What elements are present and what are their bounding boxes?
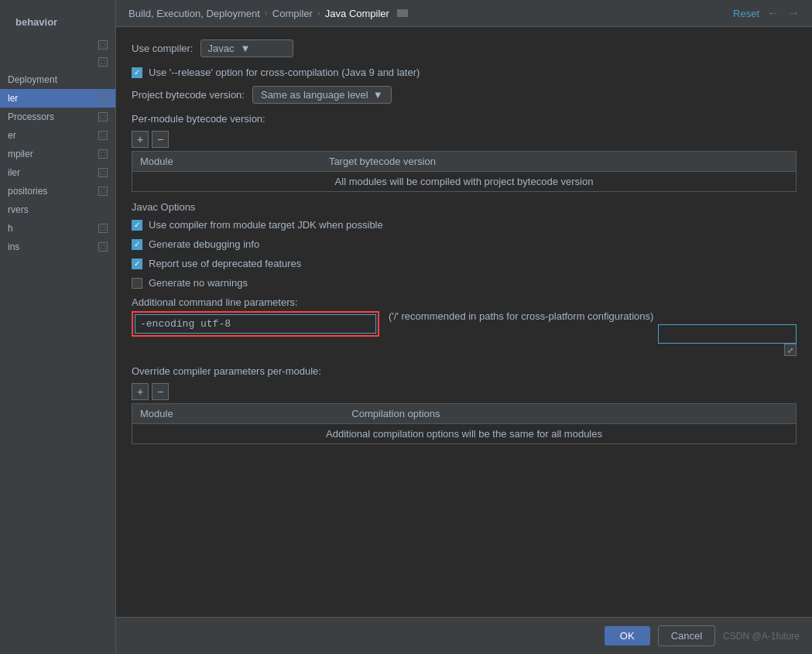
compiler-dropdown[interactable]: Javac ▼ [200,39,293,57]
bytecode-dropdown[interactable]: Same as language level ▼ [252,86,392,104]
breadcrumb-part3: Java Compiler [325,8,389,19]
sidebar-compiler-label: ler [8,93,18,104]
javac-options-title: Javac Options [132,201,797,213]
additional-params-left: Additional command line parameters: [132,296,379,337]
checkbox-debug-label: Generate debugging info [149,238,259,250]
sidebar-processors-label: Processors [8,111,54,122]
sidebar-item-mpiler[interactable]: mpiler □ [0,145,115,163]
additional-params-label: Additional command line parameters: [132,296,379,308]
sidebar-item-processors[interactable]: Processors □ [0,108,115,126]
sidebar-item-iler[interactable]: iler □ [0,163,115,182]
back-button[interactable]: ← [767,6,779,20]
expand-icon-12: □ [98,242,108,252]
expand-icon-7: □ [98,149,108,159]
reset-button[interactable]: Reset [733,8,759,19]
ok-button[interactable]: OK [605,626,650,645]
sidebar-iler-label: iler [8,167,20,178]
checkbox-no-warnings[interactable] [132,278,142,289]
override-options-col: Compilation options [344,404,796,424]
target-bytecode-col-header: Target bytecode version [321,152,797,172]
checkbox-no-warnings-label: Generate no warnings [149,277,248,289]
expand-icon-1: □ [98,40,108,50]
checkbox-debug-row: Generate debugging info [132,238,797,250]
bytecode-value: Same as language level [261,89,368,101]
checkbox-deprecated-label: Report use of deprecated features [149,258,301,269]
checkbox-no-warnings-row: Generate no warnings [132,277,797,289]
forward-button[interactable]: → [787,6,800,20]
checkbox-module-jdk[interactable] [132,220,142,231]
checkbox-module-jdk-row: Use compiler from module target JDK when… [132,219,797,231]
sidebar-item-behavior: behavior [0,8,115,36]
use-compiler-label: Use compiler: [132,43,193,54]
sidebar-ins-label: ins [8,241,19,252]
main-content: Build, Execution, Deployment › Compiler … [116,0,812,654]
checkbox-release[interactable] [132,67,142,78]
sidebar-item-2[interactable]: □ [0,53,115,70]
expand-icon[interactable]: ⤢ [784,344,797,356]
override-toolbar-row: + − [132,383,797,400]
module-col-header: Module [132,152,321,172]
watermark: CSDN @A-1future [723,631,800,642]
checkbox-deprecated[interactable] [132,259,142,269]
checkbox-debug[interactable] [132,239,142,250]
sidebar-section-behavior: behavior [8,12,65,33]
per-module-title: Per-module bytecode version: [132,113,797,125]
sidebar-er-label: er [8,130,16,141]
override-table: Module Compilation options Additional co… [132,403,797,444]
sidebar-repositories-label: positories [8,186,47,197]
expand-icon-6: □ [98,131,108,140]
sidebar-item-compiler[interactable]: ler □ [0,89,115,108]
breadcrumb-part2: Compiler [272,8,313,19]
remove-module-button[interactable]: − [152,131,169,148]
expand-icon-active: □ [98,94,108,103]
module-toolbar-row: + − [132,131,797,148]
expand-icon-8: □ [98,168,108,177]
expand-icon-11: □ [98,224,108,233]
bytecode-dropdown-arrow: ▼ [373,89,383,101]
additional-params-input[interactable] [135,314,376,334]
sidebar-servers-label: rvers [8,204,29,215]
cancel-button[interactable]: Cancel [658,625,715,646]
override-section-label: Override compiler parameters per-module: [132,365,797,377]
expand-icon-5: □ [98,112,108,122]
breadcrumb-part1: Build, Execution, Deployment [128,8,260,19]
sidebar-item-1[interactable]: □ [0,36,115,53]
expand-icon-9: □ [98,187,108,196]
checkbox-module-jdk-label: Use compiler from module target JDK when… [149,219,383,231]
sidebar-item-er[interactable]: er □ [0,126,115,145]
sidebar: behavior □ □ Deployment ler □ Processors… [0,0,116,654]
expand-icon-2: □ [98,57,108,67]
bytecode-version-row: Project bytecode version: Same as langua… [132,86,797,104]
bottom-bar: OK Cancel CSDN @A-1future [116,617,812,654]
sidebar-h-label: h [8,223,13,234]
settings-icon [397,9,408,17]
breadcrumb-arrow2: › [317,8,320,19]
remove-override-button[interactable]: − [152,383,169,400]
add-override-button[interactable]: + [132,383,149,400]
sidebar-mpiler-label: mpiler [8,149,33,159]
slash-hint: ('/' recommended in paths for cross-plat… [389,310,653,322]
additional-params-input-wrapper [132,311,379,337]
sidebar-item-servers[interactable]: rvers [0,200,115,219]
add-module-button[interactable]: + [132,131,149,148]
additional-params-right: ('/' recommended in paths for cross-plat… [389,296,797,356]
module-table-placeholder: All modules will be compiled with projec… [132,172,797,192]
sidebar-item-deployment[interactable]: Deployment [0,70,115,89]
top-bar: Build, Execution, Deployment › Compiler … [116,0,812,27]
sidebar-deployment-label: Deployment [8,74,57,85]
app-container: behavior □ □ Deployment ler □ Processors… [0,0,812,654]
override-module-col: Module [132,404,344,424]
sidebar-item-repositories[interactable]: positories □ [0,182,115,200]
right-params-input[interactable] [658,324,797,344]
sidebar-item-h[interactable]: h □ [0,219,115,238]
compiler-dropdown-arrow: ▼ [240,43,250,54]
checkbox-deprecated-row: Report use of deprecated features [132,258,797,269]
checkbox-release-row: Use '--release' option for cross-compila… [132,67,797,78]
sidebar-item-ins[interactable]: ins □ [0,238,115,256]
checkbox-release-label: Use '--release' option for cross-compila… [149,67,420,78]
top-bar-actions: Reset ← → [733,6,800,20]
additional-params-section: Additional command line parameters: ('/'… [132,296,797,356]
compiler-value: Javac [207,43,234,54]
module-table: Module Target bytecode version All modul… [132,151,797,192]
content-area: Use compiler: Javac ▼ Use '--release' op… [116,27,812,617]
